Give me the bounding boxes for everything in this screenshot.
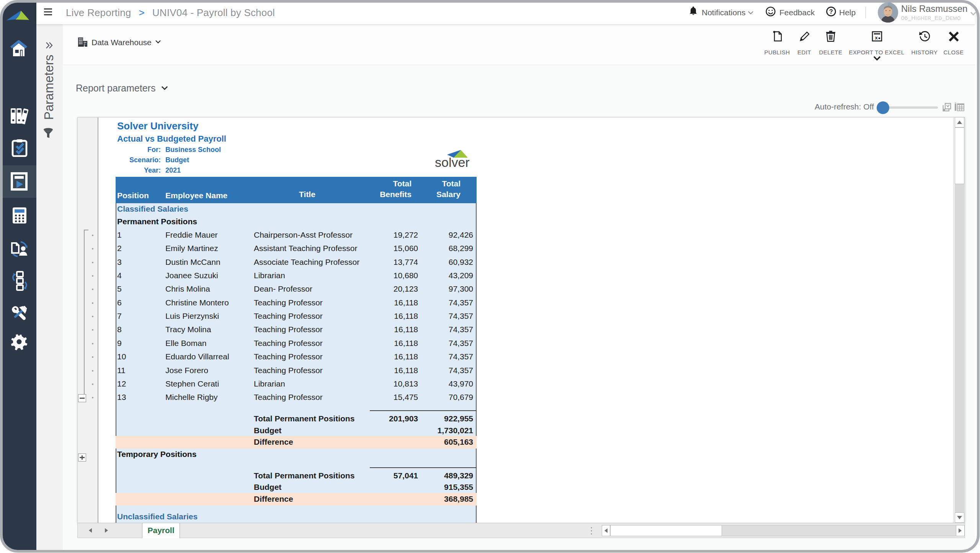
svg-text:x: x: [875, 35, 878, 41]
svg-text:?: ?: [829, 8, 833, 15]
svg-text:solver: solver: [435, 155, 470, 170]
